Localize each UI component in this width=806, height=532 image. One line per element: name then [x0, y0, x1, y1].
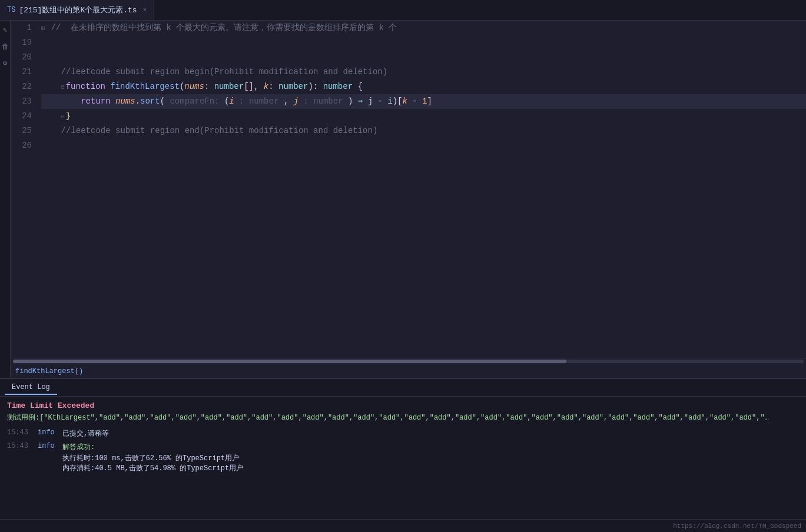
code-line-1: ⊞ // 在未排序的数组中找到第 k 个最大的元素。请注意，你需要找的是数组排序… — [41, 21, 806, 35]
code-lines[interactable]: ⊞ // 在未排序的数组中找到第 k 个最大的元素。请注意，你需要找的是数组排序… — [39, 21, 806, 358]
line-num-26: 26 — [15, 138, 32, 153]
code-editor: 1 19 20 21 22 23 24 25 26 ⊞ // 在未排序的数组中找… — [11, 21, 806, 378]
tab-bar: TS [215]数组中的第K个最大元素.ts × — [0, 0, 806, 21]
scrollbar-thumb[interactable] — [13, 360, 566, 363]
log-detail-2: 内存消耗:40.5 MB,击败了54.98% 的TypeScript用户 — [62, 463, 243, 473]
log-level-2: info — [38, 442, 55, 450]
log-ts-2: 15:43 — [7, 442, 31, 450]
bottom-panel: Event Log Time Limit Exceeded 测试用例:["Kth… — [0, 378, 806, 519]
log-ts-1: 15:43 — [7, 428, 31, 437]
delete-icon[interactable]: 🗑 — [1, 42, 10, 51]
log-level-1: info — [38, 428, 55, 437]
code-line-25: //leetcode submit region end(Prohibit mo… — [41, 124, 806, 138]
left-icons-strip: ✎ 🗑 ⚙ — [0, 21, 11, 378]
log-msg-1: 已提交,请稍等 — [62, 428, 109, 438]
breadcrumb: findKthLargest() — [11, 364, 806, 378]
log-success-title: 解答成功: — [62, 442, 243, 452]
log-error-title: Time Limit Exceeded — [7, 401, 799, 410]
status-bar: https://blog.csdn.net/TM_Godspeed — [0, 519, 806, 532]
editor-area: ✎ 🗑 ⚙ 1 19 20 21 22 23 24 25 26 ⊞ — [0, 21, 806, 378]
settings-icon[interactable]: ⚙ — [1, 58, 10, 68]
line-num-24: 24 — [15, 109, 32, 124]
tab-label: [215]数组中的第K个最大元素.ts — [19, 5, 137, 15]
status-url: https://blog.csdn.net/TM_Godspeed — [673, 523, 801, 530]
code-line-21: //leetcode submit region begin(Prohibit … — [41, 65, 806, 79]
panel-content: Time Limit Exceeded 测试用例:["KthLargest","… — [0, 397, 806, 519]
horizontal-scrollbar[interactable] — [11, 358, 806, 364]
log-test-case: 测试用例:["KthLargest","add","add","add","ad… — [7, 413, 772, 423]
code-line-20 — [41, 50, 806, 65]
log-error-entry: Time Limit Exceeded 测试用例:["KthLargest","… — [7, 401, 799, 423]
line-num-23: 23 — [15, 94, 32, 109]
breadcrumb-text: findKthLargest() — [15, 367, 83, 375]
code-line-22: ⊟function findKthLargest(nums: number[],… — [41, 79, 806, 94]
collapse-icon-1[interactable]: ⊞ — [41, 25, 45, 32]
log-success-content: 解答成功: 执行耗时:100 ms,击败了62.56% 的TypeScript用… — [62, 442, 243, 473]
code-line-24: ⊟} — [41, 109, 806, 124]
line-num-22: 22 — [15, 79, 32, 94]
log-submitted-entry: 15:43 info 已提交,请稍等 — [7, 428, 799, 438]
line-num-21: 21 — [15, 65, 32, 79]
code-line-26 — [41, 138, 806, 153]
line-numbers: 1 19 20 21 22 23 24 25 26 — [11, 21, 39, 358]
line-num-20: 20 — [15, 50, 32, 65]
edit-icon[interactable]: ✎ — [1, 25, 10, 35]
log-success-entry: 15:43 info 解答成功: 执行耗时:100 ms,击败了62.56% 的… — [7, 442, 799, 473]
tab-close-button[interactable]: × — [143, 6, 147, 14]
event-log-label: Event Log — [12, 383, 50, 391]
line-num-1: 1 — [15, 21, 32, 35]
line-num-25: 25 — [15, 124, 32, 138]
active-tab[interactable]: TS [215]数组中的第K个最大元素.ts × — [0, 0, 154, 20]
line-num-19: 19 — [15, 35, 32, 50]
scrollbar-track[interactable] — [13, 360, 804, 363]
code-line-19 — [41, 35, 806, 50]
code-content: 1 19 20 21 22 23 24 25 26 ⊞ // 在未排序的数组中找… — [11, 21, 806, 358]
panel-tab-bar: Event Log — [0, 379, 806, 397]
event-log-tab[interactable]: Event Log — [5, 381, 57, 395]
code-line-23: return nums.sort( compareFn: (i : number… — [41, 94, 806, 109]
log-detail-1: 执行耗时:100 ms,击败了62.56% 的TypeScript用户 — [62, 453, 243, 463]
tab-ts-icon: TS — [7, 6, 15, 14]
